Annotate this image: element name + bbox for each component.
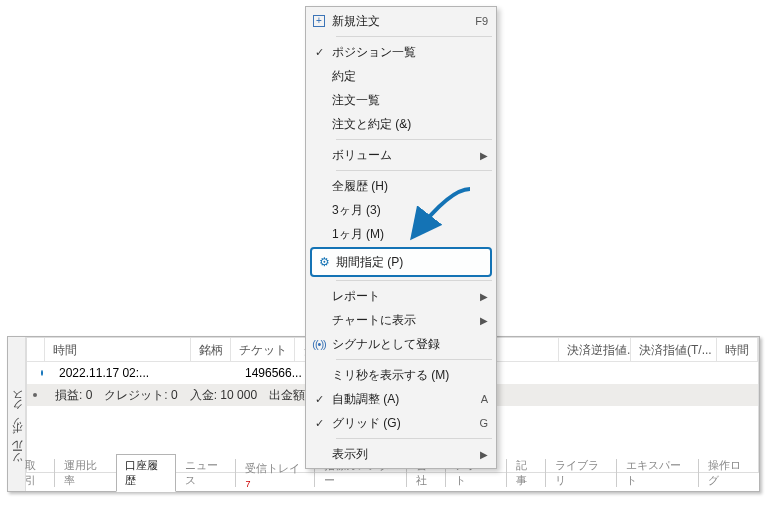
menu-separator [336, 280, 492, 281]
menu-separator [336, 36, 492, 37]
menu-separator [336, 438, 492, 439]
menu-separator [336, 170, 492, 171]
col-time[interactable]: 時間 [45, 338, 191, 361]
plus-icon: + [313, 15, 325, 27]
menu-positions[interactable]: ポジション一覧 [306, 40, 496, 64]
summary-pl: 損益: 0 [55, 387, 92, 404]
tab-4[interactable]: 受信トレイ 7 [236, 457, 314, 492]
menu-grid[interactable]: グリッド (G) G [306, 411, 496, 435]
context-menu: + 新規注文 F9 ポジション一覧 約定 注文一覧 注文と約定 (&) ボリュー… [305, 6, 497, 469]
row-indicator-icon [41, 370, 43, 376]
cell-time: 2022.11.17 02:... [51, 366, 197, 380]
menu-report[interactable]: レポート ▶ [306, 284, 496, 308]
tab-2[interactable]: 口座履歴 [116, 454, 176, 492]
menu-show-chart[interactable]: チャートに表示 ▶ [306, 308, 496, 332]
menu-orders[interactable]: 注文一覧 [306, 88, 496, 112]
tab-11[interactable]: 操作ログ [699, 454, 759, 492]
tab-3[interactable]: ニュース [176, 454, 236, 492]
summary-credit: クレジット: 0 [104, 387, 177, 404]
chevron-right-icon: ▶ [480, 150, 496, 161]
col-icon[interactable] [27, 338, 45, 361]
summary-deposit: 入金: 10 000 [190, 387, 257, 404]
menu-fills[interactable]: 約定 [306, 64, 496, 88]
col-close-rev[interactable]: 決済逆指値... [559, 338, 631, 361]
menu-columns[interactable]: 表示列 ▶ [306, 442, 496, 466]
bottom-tab-strip: 取引運用比率口座履歴ニュース受信トレイ 7指標カレンダー会社アラート記事ライブラ… [16, 472, 759, 492]
chevron-right-icon: ▶ [480, 449, 496, 460]
menu-one-month[interactable]: 1ヶ月 (M) [306, 222, 496, 246]
menu-millis[interactable]: ミリ秒を表示する (M) [306, 363, 496, 387]
col-symbol[interactable]: 銘柄 [191, 338, 231, 361]
check-icon [315, 392, 324, 406]
menu-period[interactable]: ⚙ 期間指定 (P) [310, 247, 492, 277]
menu-all-history[interactable]: 全履歴 (H) [306, 174, 496, 198]
cell-ticket: 1496566... [237, 366, 301, 380]
menu-new-order[interactable]: + 新規注文 F9 [306, 9, 496, 33]
tab-10[interactable]: エキスパート [617, 454, 699, 492]
menu-volume[interactable]: ボリューム ▶ [306, 143, 496, 167]
col-time2[interactable]: 時間 [717, 338, 758, 361]
gear-icon: ⚙ [319, 255, 330, 269]
check-icon [315, 416, 324, 430]
menu-separator [336, 139, 492, 140]
tab-9[interactable]: ライブラリ [546, 454, 617, 492]
tab-1[interactable]: 運用比率 [55, 454, 115, 492]
tab-0[interactable]: 取引 [16, 454, 55, 492]
signal-icon: ((•)) [312, 338, 326, 350]
chevron-right-icon: ▶ [480, 315, 496, 326]
check-icon [315, 45, 324, 59]
menu-signal[interactable]: ((•)) シグナルとして登録 [306, 332, 496, 356]
menu-separator [336, 359, 492, 360]
col-ticket[interactable]: チケット [231, 338, 295, 361]
chevron-right-icon: ▶ [480, 291, 496, 302]
col-close-ind[interactable]: 決済指値(T/... [631, 338, 717, 361]
summary-bullet-icon [33, 393, 37, 397]
menu-auto[interactable]: 自動調整 (A) A [306, 387, 496, 411]
menu-orders-fills[interactable]: 注文と約定 (&) [306, 112, 496, 136]
menu-three-months[interactable]: 3ヶ月 (3) [306, 198, 496, 222]
tab-8[interactable]: 記事 [507, 454, 546, 492]
